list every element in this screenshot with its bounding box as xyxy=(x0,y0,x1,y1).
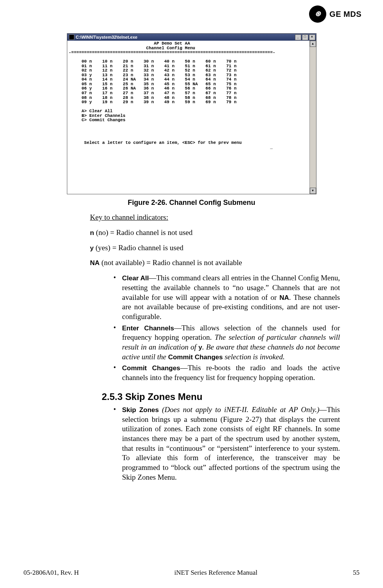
figure-caption: Figure 2-26. Channel Config Submenu xyxy=(23,198,360,207)
enter-ital3: selection is invoked. xyxy=(223,353,284,361)
window-title: C:\WINNT\system32\telnet.exe xyxy=(76,34,138,40)
skip-label: Skip Zones xyxy=(122,406,159,414)
clear-all-na: NA xyxy=(279,294,289,301)
scroll-down-icon[interactable]: ▼ xyxy=(310,188,316,194)
text-y: (yes) = Radio channel is used xyxy=(94,244,183,252)
key-line-na: NA (not available) = Radio channel is no… xyxy=(90,258,340,268)
bullet-enter-channels: Enter Channels—This allows selection of … xyxy=(113,323,340,362)
footer-left: 05-2806A01, Rev. H xyxy=(23,568,79,577)
skip-ital: (Does not apply to iNET-II. Editable at … xyxy=(159,405,319,414)
bullet-clear-all: Clear All—This command clears all entrie… xyxy=(113,273,340,321)
section-heading: 2.5.3 Skip Zones Menu xyxy=(102,391,340,403)
minimize-icon[interactable]: _ xyxy=(295,34,301,40)
text-na: (not available) = Radio channel is not a… xyxy=(100,258,242,267)
enter-commit: Commit Changes xyxy=(168,353,223,361)
window-titlebar: C:\WINNT\system32\telnet.exe _ □ × xyxy=(67,34,316,41)
ge-monogram-icon: ⊛ xyxy=(309,5,326,23)
footer-right: 55 xyxy=(353,568,360,577)
brand-logo: ⊛ GE MDS xyxy=(309,5,361,23)
telnet-output: AP Demo Set AA Channel Config Menu -====… xyxy=(67,41,309,194)
scrollbar[interactable]: ▲ ▼ xyxy=(309,41,316,194)
enter-y: y xyxy=(198,344,202,351)
footer-center: iNET Series Reference Manual xyxy=(174,568,257,577)
app-icon xyxy=(69,34,74,40)
close-icon[interactable]: × xyxy=(309,34,315,40)
commit-label: Commit Changes xyxy=(122,364,180,372)
scroll-up-icon[interactable]: ▲ xyxy=(310,41,316,47)
enter-label: Enter Channels xyxy=(122,324,174,332)
brand-text: GE MDS xyxy=(329,9,361,19)
maximize-icon[interactable]: □ xyxy=(302,34,308,40)
code-n: n xyxy=(90,229,94,237)
bullet-skip-zones: Skip Zones (Does not apply to iNET-II. E… xyxy=(113,405,340,482)
key-line-n: n (no) = Radio channel is not used xyxy=(90,228,340,238)
skip-body: —This selection brings up a submenu (Fig… xyxy=(122,405,340,481)
key-heading: Key to channel indicators: xyxy=(90,213,340,222)
page-footer: 05-2806A01, Rev. H iNET Series Reference… xyxy=(23,568,360,577)
code-na: NA xyxy=(90,259,100,267)
telnet-window: C:\WINNT\system32\telnet.exe _ □ × AP De… xyxy=(67,33,316,194)
clear-all-label: Clear All xyxy=(122,274,149,282)
key-line-y: y (yes) = Radio channel is used xyxy=(90,243,340,253)
bullet-commit-changes: Commit Changes—This re-boots the radio a… xyxy=(113,363,340,382)
text-n: (no) = Radio channel is not used xyxy=(94,228,192,237)
